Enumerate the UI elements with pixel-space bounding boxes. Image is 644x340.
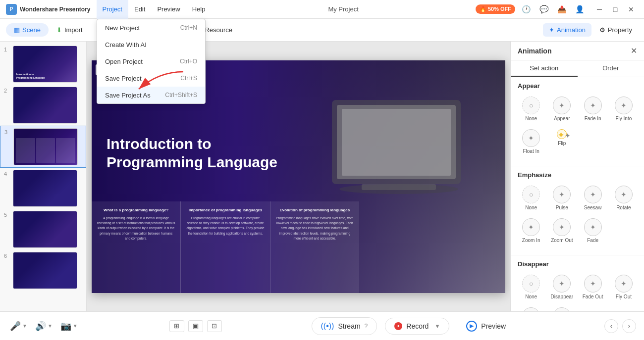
dropdown-create-ai[interactable]: Create With AI — [97, 36, 205, 53]
speaker-button[interactable]: 🔊 ▼ — [33, 319, 54, 334]
dropdown-save-project[interactable]: Save Project Ctrl+S — [97, 70, 205, 87]
animation-button[interactable]: ✦ Animation — [543, 23, 591, 37]
animation-label: Animation — [557, 26, 586, 34]
slide-col-1: What is a programming language? A progra… — [92, 201, 181, 293]
camera-dropdown-arrow[interactable]: ▼ — [73, 323, 78, 329]
discount-badge[interactable]: 🔥 50% OFF — [476, 4, 515, 14]
stream-help-icon[interactable]: ? — [365, 323, 368, 330]
project-dropdown-menu: New Project Ctrl+N Create With AI Open P… — [97, 19, 206, 104]
mic-button[interactable]: 🎤 ▼ — [8, 319, 29, 334]
dropdown-open-project[interactable]: Open Project Ctrl+O — [97, 53, 205, 70]
slide-item-2[interactable]: 2 — [0, 85, 86, 126]
disapp-fly-out[interactable]: ✦ Fly Out — [610, 273, 637, 301]
appear-fly-into[interactable]: ✦ Fly Into — [610, 95, 637, 123]
disapp-fly-out-label: Fly Out — [616, 294, 632, 299]
svg-rect-5 — [362, 184, 436, 190]
stream-button[interactable]: ((•)) Stream ? — [312, 317, 377, 335]
user-icon[interactable]: 👤 — [573, 2, 587, 16]
slide-item-1[interactable]: 1 Introduction to Programming Language — [0, 42, 86, 85]
appear-fade-in-label: Fade In — [585, 116, 601, 121]
appear-appear[interactable]: ✦ Appear — [548, 95, 575, 123]
slide-number-1: 1 — [4, 46, 10, 52]
emph-fade[interactable]: ✦ Fade — [580, 216, 606, 245]
slide-number-3: 3 — [4, 128, 10, 135]
comment-icon[interactable]: 💬 — [537, 2, 551, 16]
menu-preview[interactable]: Preview — [151, 0, 186, 19]
appear-flip[interactable]: ✦ Flip — [548, 127, 575, 156]
minimize-button[interactable]: ─ — [592, 2, 606, 16]
maximize-button[interactable]: □ — [608, 2, 622, 16]
appear-none[interactable]: ○ None — [518, 95, 544, 123]
layout-btn-3[interactable]: ⊡ — [207, 320, 222, 332]
tab-order[interactable]: Order — [578, 60, 644, 77]
menu-project[interactable]: Project — [97, 0, 128, 19]
emph-zoom-out[interactable]: ✦ Zoom Out — [548, 216, 575, 245]
emph-none-icon: ○ — [522, 186, 540, 203]
stream-label: Stream — [338, 322, 360, 330]
camera-button[interactable]: 📷 ▼ — [58, 319, 80, 334]
share-icon[interactable]: 📤 — [555, 2, 569, 16]
slide-item-3[interactable]: 3 — [0, 126, 86, 168]
slide-item-6[interactable]: 6 — [0, 250, 86, 291]
disapp-flip[interactable]: ✦ Flip — [548, 305, 575, 311]
record-dropdown-arrow[interactable]: ▼ — [434, 323, 440, 329]
save-project-label: Save Project — [105, 75, 142, 82]
emph-none[interactable]: ○ None — [518, 184, 544, 212]
emph-pulse[interactable]: ✦ Pulse — [548, 184, 575, 212]
emph-seesaw[interactable]: ✦ Seesaw — [580, 184, 606, 212]
scene-button[interactable]: ▦ Scene — [6, 23, 49, 37]
emph-rotate[interactable]: ✦ Rotate — [610, 184, 637, 212]
emph-rotate-icon: ✦ — [615, 186, 633, 203]
slide-number-4: 4 — [4, 170, 10, 177]
dropdown-new-project[interactable]: New Project Ctrl+N — [97, 19, 205, 36]
create-ai-label: Create With AI — [105, 41, 147, 49]
slide-main-title: Introduction toProgramming Language — [107, 135, 277, 172]
slide-item-4[interactable]: 4 — [0, 168, 86, 209]
col1-text: A programming language is a formal langu… — [97, 216, 175, 242]
scene-icon: ▦ — [14, 26, 20, 34]
disapp-fade-out[interactable]: ✦ Fade Out — [580, 273, 606, 301]
emph-zoom-in[interactable]: ✦ Zoom In — [518, 216, 544, 245]
emph-zoom-in-label: Zoom In — [522, 238, 540, 243]
property-button[interactable]: ⚙ Property — [593, 23, 638, 37]
appear-fade-in[interactable]: ✦ Fade In — [580, 95, 606, 123]
disapp-none-icon: ○ — [522, 275, 540, 292]
preview-button[interactable]: ▶ Preview — [457, 317, 515, 336]
project-title: My Project — [211, 5, 476, 13]
menu-edit[interactable]: Edit — [128, 0, 151, 19]
appear-fly-into-label: Fly Into — [615, 116, 632, 121]
layout-btn-2[interactable]: ▣ — [188, 320, 203, 332]
layout-btn-1[interactable]: ⊞ — [169, 320, 184, 332]
disapp-disappear[interactable]: ✦ Disappear — [548, 273, 575, 301]
disapp-fade-out-label: Fade Out — [583, 294, 603, 299]
close-panel-button[interactable]: ✕ — [631, 46, 637, 55]
speaker-dropdown-arrow[interactable]: ▼ — [48, 323, 53, 329]
appear-float-in[interactable]: ✦ Float In — [518, 127, 544, 156]
tab-set-action[interactable]: Set action — [511, 60, 578, 77]
nav-prev-button[interactable]: ‹ — [604, 319, 618, 333]
nav-next-button[interactable]: › — [622, 319, 636, 333]
save-project-as-label: Save Project As — [105, 92, 151, 99]
clock-icon[interactable]: 🕐 — [519, 2, 533, 16]
resource-label: Resource — [205, 26, 232, 34]
open-project-label: Open Project — [105, 58, 143, 65]
import-button[interactable]: ⬇ Import — [51, 23, 89, 37]
close-button[interactable]: ✕ — [624, 2, 638, 16]
menu-help[interactable]: Help — [186, 0, 212, 19]
open-project-shortcut: Ctrl+O — [180, 58, 197, 65]
scene-label: Scene — [22, 26, 41, 34]
slide-item-5[interactable]: 5 — [0, 209, 86, 250]
emph-zoom-in-icon: ✦ — [522, 218, 540, 236]
appear-section-title: Appear — [518, 82, 637, 90]
disapp-none[interactable]: ○ None — [518, 273, 544, 301]
mic-dropdown-arrow[interactable]: ▼ — [22, 323, 27, 329]
slide-thumb-6 — [13, 252, 77, 289]
emph-seesaw-label: Seesaw — [584, 205, 602, 210]
appear-float-in-label: Float In — [523, 148, 539, 154]
dropdown-save-project-as[interactable]: Save Project As Ctrl+Shift+S — [97, 87, 205, 103]
emph-seesaw-icon: ✦ — [584, 186, 602, 203]
record-button[interactable]: ● Record ▼ — [385, 318, 449, 335]
slide-thumb-2 — [13, 87, 77, 124]
disapp-float-out[interactable]: ✦ Float Out — [518, 305, 544, 311]
appear-flip-icon: ✦ — [557, 129, 567, 139]
